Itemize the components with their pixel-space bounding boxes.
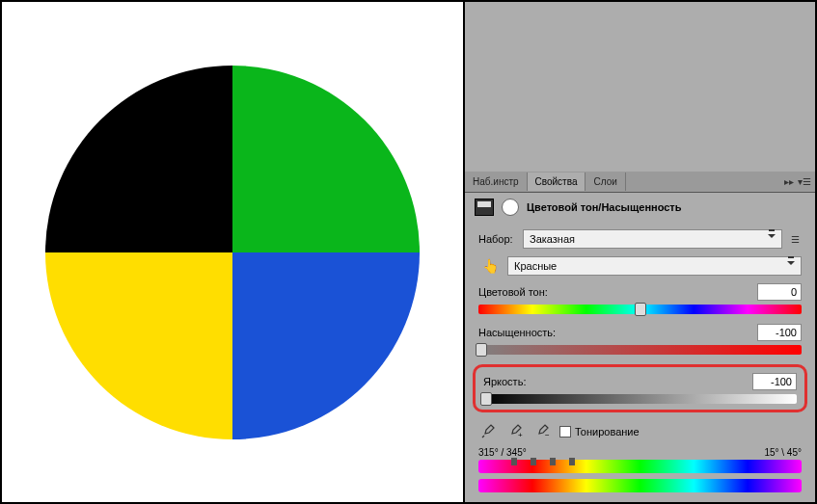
range-marker[interactable] — [511, 458, 517, 465]
hue-slider-thumb[interactable] — [635, 303, 646, 316]
range-left-label: 315° / 345° — [478, 447, 527, 458]
preset-dropdown[interactable]: Заказная — [523, 229, 782, 249]
tab-properties[interactable]: Свойства — [528, 172, 586, 191]
panel-empty-space — [465, 2, 815, 172]
circle-quadrant-yellow — [45, 252, 232, 439]
lightness-slider[interactable] — [483, 394, 797, 404]
preset-label: Набор: — [478, 233, 517, 245]
saturation-slider-thumb[interactable] — [476, 343, 487, 357]
range-right-label: 15° \ 45° — [764, 447, 802, 458]
preset-menu-icon[interactable]: ☰ — [788, 232, 802, 246]
svg-text:+: + — [518, 431, 523, 439]
hsl-adjustment-icon[interactable] — [475, 199, 494, 216]
mask-icon[interactable] — [502, 199, 519, 216]
canvas-area[interactable] — [2, 2, 463, 502]
lightness-label: Яркость: — [483, 376, 526, 387]
saturation-label: Насыщенность: — [478, 327, 556, 338]
svg-text:−: − — [545, 431, 550, 439]
color-range-bar-bottom — [478, 479, 802, 492]
range-marker[interactable] — [569, 458, 575, 465]
circle-quadrant-black — [45, 66, 232, 252]
hue-label: Цветовой тон: — [478, 286, 548, 298]
collapse-icon[interactable]: ▸▸ — [782, 175, 796, 189]
eyedropper-icon[interactable] — [478, 422, 498, 441]
hue-input[interactable] — [757, 283, 802, 301]
colorize-checkbox[interactable]: Тонирование — [559, 426, 640, 438]
channel-dropdown[interactable]: Красные — [507, 256, 802, 276]
eyedropper-subtract-icon[interactable]: − — [532, 422, 552, 441]
circle-quadrant-green — [232, 66, 420, 252]
panel-title: Цветовой тон/Насыщенность — [527, 201, 682, 213]
range-marker[interactable] — [550, 458, 556, 465]
targeted-adjust-icon[interactable]: 👆 — [478, 256, 502, 276]
lightness-slider-thumb[interactable] — [480, 392, 492, 406]
checkbox-icon — [559, 426, 571, 438]
color-circle — [45, 66, 420, 439]
tab-tools[interactable]: Наб.инстр — [465, 172, 528, 191]
saturation-slider[interactable] — [478, 345, 802, 355]
tab-layers[interactable]: Слои — [586, 172, 625, 191]
saturation-input[interactable] — [757, 324, 802, 341]
panel-menu-icon[interactable]: ▾☰ — [798, 175, 811, 189]
colorize-label: Тонирование — [575, 426, 640, 438]
hue-slider[interactable] — [478, 305, 802, 314]
lightness-input[interactable] — [752, 373, 797, 390]
eyedropper-add-icon[interactable]: + — [505, 422, 525, 441]
lightness-highlight: Яркость: — [473, 364, 807, 412]
circle-quadrant-blue — [232, 252, 420, 439]
color-range-bar-top[interactable] — [478, 460, 802, 473]
range-marker[interactable] — [531, 458, 536, 465]
